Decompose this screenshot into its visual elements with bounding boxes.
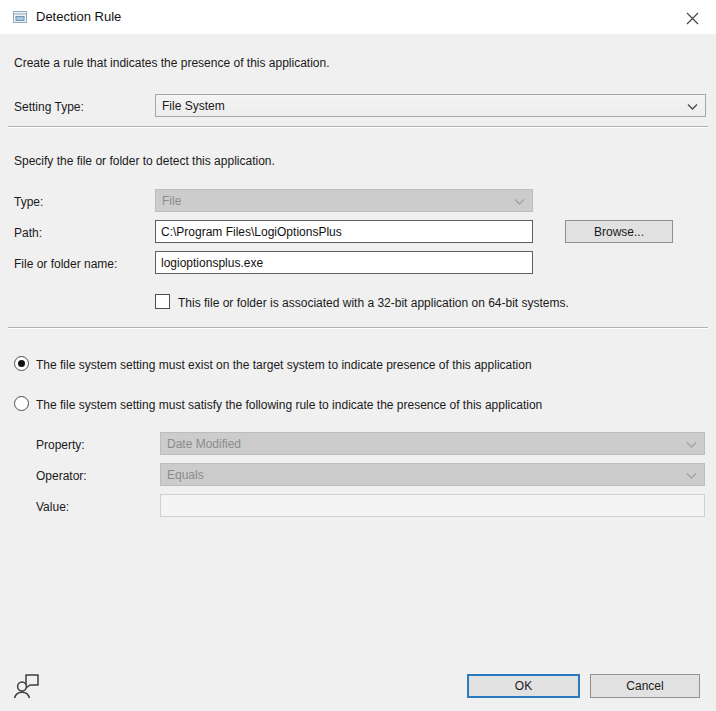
property-label: Property: — [36, 438, 85, 452]
specify-text: Specify the file or folder to detect thi… — [14, 154, 275, 168]
operator-value: Equals — [167, 468, 204, 482]
help-button[interactable] — [11, 669, 43, 701]
section-divider — [8, 327, 708, 329]
browse-button[interactable]: Browse... — [565, 220, 673, 243]
cancel-button[interactable]: Cancel — [590, 674, 700, 698]
path-input[interactable] — [155, 220, 533, 243]
radio-must-satisfy-label: The file system setting must satisfy the… — [36, 398, 542, 412]
section-divider — [8, 126, 708, 128]
chevron-down-icon — [514, 198, 525, 206]
checkbox-32bit[interactable] — [155, 294, 170, 309]
close-icon — [686, 12, 699, 25]
close-button[interactable] — [676, 5, 708, 31]
type-dropdown: File — [155, 189, 533, 212]
type-value: File — [162, 194, 181, 208]
chevron-down-icon — [686, 472, 697, 480]
file-name-label: File or folder name: — [14, 257, 117, 271]
property-value: Date Modified — [167, 437, 241, 451]
dialog-window-icon — [12, 9, 28, 25]
titlebar: Detection Rule — [0, 0, 716, 34]
dialog-title: Detection Rule — [36, 9, 121, 24]
checkbox-32bit-label: This file or folder is associated with a… — [178, 296, 569, 310]
operator-dropdown: Equals — [160, 463, 705, 486]
file-name-input[interactable] — [155, 251, 533, 274]
detection-rule-dialog: Detection Rule Create a rule that indica… — [0, 0, 716, 711]
value-input — [160, 494, 705, 517]
ok-button[interactable]: OK — [467, 674, 580, 698]
property-dropdown: Date Modified — [160, 432, 705, 455]
radio-must-satisfy[interactable] — [14, 396, 29, 411]
setting-type-dropdown[interactable]: File System — [155, 94, 706, 117]
help-person-icon — [11, 669, 43, 701]
operator-label: Operator: — [36, 469, 87, 483]
setting-type-value: File System — [162, 99, 225, 113]
path-label: Path: — [14, 226, 42, 240]
setting-type-label: Setting Type: — [14, 100, 84, 114]
chevron-down-icon — [686, 441, 697, 449]
radio-must-exist[interactable] — [14, 356, 29, 371]
intro-text: Create a rule that indicates the presenc… — [14, 56, 330, 70]
radio-must-exist-label: The file system setting must exist on th… — [36, 358, 532, 372]
type-label: Type: — [14, 195, 43, 209]
chevron-down-icon — [687, 103, 698, 111]
value-label: Value: — [36, 500, 69, 514]
